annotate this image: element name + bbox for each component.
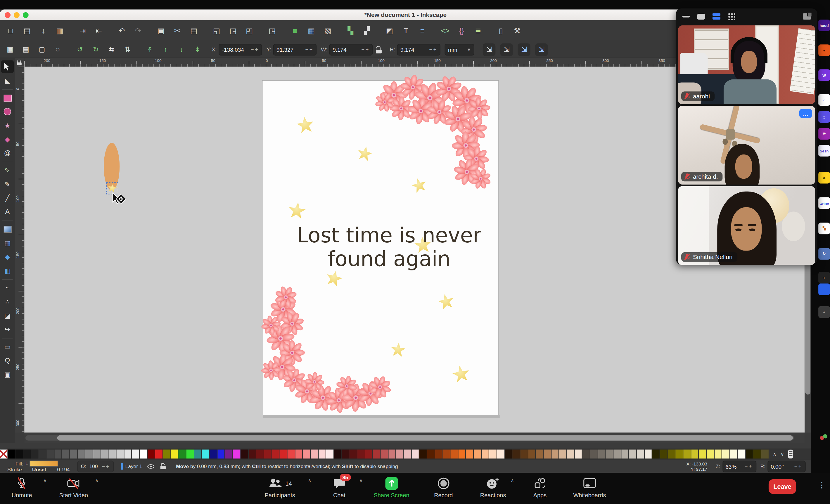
more-options-icon[interactable]: ⋮ xyxy=(818,480,826,490)
raise-to-top-icon[interactable]: ↟ xyxy=(144,43,156,55)
new-document-icon[interactable]: □ xyxy=(4,24,17,36)
text-tool[interactable]: A xyxy=(1,205,14,218)
zoom-field[interactable]: 63% −+ xyxy=(722,461,756,472)
w-spinner[interactable]: −+ xyxy=(361,46,370,52)
start-video-caret-icon[interactable]: ∧ xyxy=(95,478,98,483)
scale-corners-toggle[interactable]: ⇲ xyxy=(500,43,513,56)
measure-tool[interactable]: ▭ xyxy=(1,340,14,353)
vertical-ruler[interactable]: 050100150200250300 xyxy=(15,67,25,433)
color-swatch[interactable] xyxy=(357,450,364,459)
color-swatch[interactable] xyxy=(645,450,652,459)
swatch-none[interactable] xyxy=(0,450,7,459)
color-swatch[interactable] xyxy=(482,450,489,459)
lower-icon[interactable]: ↓ xyxy=(175,43,187,55)
unlink-clone-icon[interactable]: ▧ xyxy=(321,24,334,36)
close-window-button[interactable] xyxy=(5,12,10,18)
color-swatch[interactable] xyxy=(62,450,69,459)
undo-icon[interactable]: ↶ xyxy=(116,24,128,36)
h-field[interactable]: 9.174 −+ xyxy=(397,43,441,55)
color-swatch[interactable] xyxy=(621,450,629,459)
color-swatch[interactable] xyxy=(637,450,644,459)
color-swatch[interactable] xyxy=(567,450,574,459)
pencil-tool[interactable]: ✎ xyxy=(1,178,14,190)
eraser-tool[interactable]: ◪ xyxy=(1,309,14,322)
dock-app-icon[interactable]: ▚ xyxy=(818,223,830,234)
speaker-view-icon[interactable] xyxy=(697,13,705,19)
deselect-icon[interactable]: ▢ xyxy=(36,43,47,55)
color-swatch[interactable] xyxy=(311,450,318,459)
color-swatch[interactable] xyxy=(303,450,310,459)
color-swatch[interactable] xyxy=(505,450,512,459)
scale-stroke-toggle[interactable]: ⇲ xyxy=(483,43,496,56)
gallery-grid-view-icon[interactable] xyxy=(728,12,735,20)
share-screen-button[interactable]: Share Screen xyxy=(374,476,410,498)
fill-swatch[interactable] xyxy=(30,461,58,466)
color-swatch[interactable] xyxy=(575,450,582,459)
maximize-window-button[interactable] xyxy=(23,12,29,18)
print-icon[interactable]: ▥ xyxy=(54,24,66,36)
rotation-field[interactable]: 0.00° −+ xyxy=(767,461,805,472)
import-icon[interactable]: ⇥ xyxy=(76,24,89,36)
color-swatch[interactable] xyxy=(179,450,186,459)
color-swatch[interactable] xyxy=(699,450,706,459)
w-field[interactable]: 9.174 −+ xyxy=(329,43,373,55)
color-swatch[interactable] xyxy=(272,450,279,459)
zoom-tool[interactable]: Q xyxy=(1,354,14,366)
color-swatch[interactable] xyxy=(373,450,380,459)
pen-tool[interactable]: ✎ xyxy=(1,164,14,176)
dock-app-icon[interactable]: ↻ xyxy=(818,248,830,260)
zoom-spinner[interactable]: −+ xyxy=(745,463,753,469)
minimize-panel-icon[interactable] xyxy=(682,15,690,17)
color-swatch[interactable] xyxy=(350,450,357,459)
reactions-button[interactable]: Reactions xyxy=(480,476,506,498)
color-swatch[interactable] xyxy=(668,450,675,459)
dock-app-icon[interactable]: hoot! xyxy=(818,20,830,31)
document-properties-icon[interactable]: ▯ xyxy=(494,24,507,36)
record-button[interactable]: Record xyxy=(434,476,453,498)
fill-stroke-indicator[interactable]: Fill: L Stroke: Unset 0.194 xyxy=(5,461,70,472)
x-field[interactable]: -138.034 −+ xyxy=(219,43,262,55)
tweak-tool[interactable]: ~ xyxy=(1,281,14,294)
rotate-cw-icon[interactable]: ↻ xyxy=(90,43,102,55)
raise-icon[interactable]: ↑ xyxy=(160,43,171,55)
create-clone-icon[interactable]: ▦ xyxy=(305,24,317,36)
dock-app-icon[interactable]: ○ xyxy=(818,94,830,106)
color-swatch[interactable] xyxy=(241,450,248,459)
fill-stroke-icon[interactable]: ◩ xyxy=(383,24,396,36)
color-swatch[interactable] xyxy=(248,450,256,459)
color-swatch[interactable] xyxy=(613,450,621,459)
color-swatch[interactable] xyxy=(551,450,559,459)
color-swatch[interactable] xyxy=(381,450,388,459)
text-dialog-icon[interactable]: T xyxy=(400,24,412,36)
color-swatch[interactable] xyxy=(582,450,590,459)
color-swatch[interactable] xyxy=(590,450,598,459)
color-swatch[interactable] xyxy=(536,450,543,459)
color-swatch[interactable] xyxy=(163,450,170,459)
color-swatch[interactable] xyxy=(754,450,761,459)
color-swatch[interactable] xyxy=(23,450,31,459)
move-patterns-toggle[interactable]: ⇲ xyxy=(535,43,548,56)
color-swatch[interactable] xyxy=(256,450,264,459)
color-swatch[interactable] xyxy=(513,450,520,459)
color-swatch[interactable] xyxy=(225,450,233,459)
stroke-value[interactable]: Unset xyxy=(25,466,53,472)
ungroup-icon[interactable]: ▞ xyxy=(360,24,373,36)
dock-app-icon[interactable]: + xyxy=(818,272,830,283)
color-swatch[interactable] xyxy=(101,450,108,459)
export-icon[interactable]: ⇤ xyxy=(93,24,105,36)
color-swatch[interactable] xyxy=(194,450,201,459)
layer-name[interactable]: Layer 1 xyxy=(125,463,142,469)
reactions-caret-icon[interactable]: ∧ xyxy=(511,478,514,483)
color-swatch[interactable] xyxy=(326,450,333,459)
dock-app-icon[interactable]: twine xyxy=(818,197,830,209)
color-swatch[interactable] xyxy=(15,450,23,459)
duplicate-icon[interactable]: ■ xyxy=(288,24,301,36)
save-document-icon[interactable]: ↓ xyxy=(37,24,50,36)
color-swatch[interactable] xyxy=(319,450,326,459)
color-swatch[interactable] xyxy=(606,450,613,459)
h-spinner[interactable]: −+ xyxy=(429,46,437,52)
color-swatch[interactable] xyxy=(427,450,435,459)
color-swatch[interactable] xyxy=(187,450,194,459)
spiral-tool[interactable]: @ xyxy=(1,146,14,159)
whiteboards-button[interactable]: Whiteboards xyxy=(573,476,606,498)
